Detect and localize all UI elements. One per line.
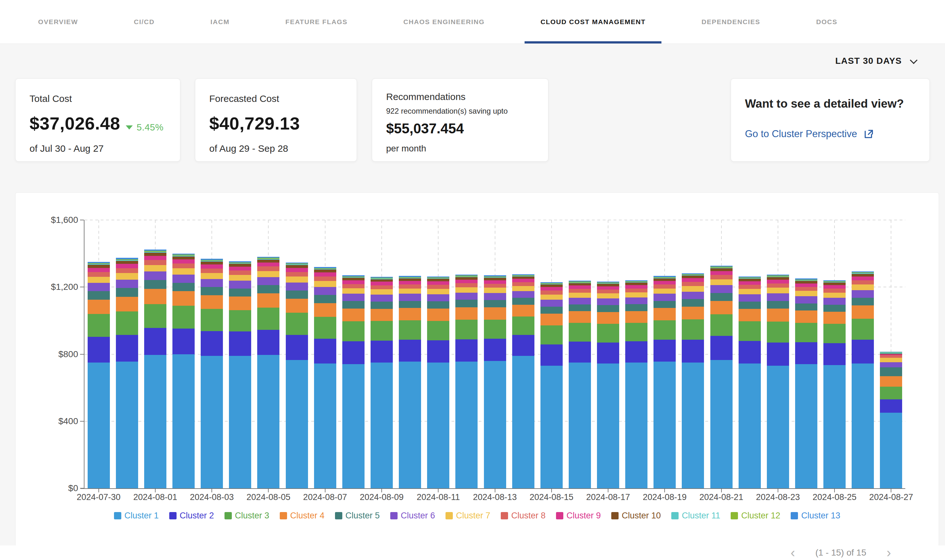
bar-segment-cluster-8[interactable] xyxy=(399,285,421,289)
bar-segment-cluster-3[interactable] xyxy=(654,320,676,340)
bar-segment-cluster-10[interactable] xyxy=(201,262,223,265)
bar-segment-cluster-9[interactable] xyxy=(427,281,449,285)
bar-segment-cluster-2[interactable] xyxy=(427,340,449,363)
bar-segment-cluster-1[interactable] xyxy=(880,413,902,488)
bar-2024-08-10[interactable] xyxy=(399,276,421,488)
bar-segment-cluster-5[interactable] xyxy=(314,295,336,303)
bar-segment-cluster-7[interactable] xyxy=(371,289,393,295)
bar-segment-cluster-3[interactable] xyxy=(427,321,449,340)
bar-segment-cluster-5[interactable] xyxy=(456,300,477,307)
bar-2024-08-27[interactable] xyxy=(880,352,902,488)
bar-segment-cluster-3[interactable] xyxy=(597,324,619,343)
bar-segment-cluster-4[interactable] xyxy=(399,308,421,320)
bar-segment-cluster-2[interactable] xyxy=(342,341,365,364)
bar-segment-cluster-4[interactable] xyxy=(767,309,789,322)
cluster-perspective-link[interactable]: Go to Cluster Perspective xyxy=(745,128,874,140)
bar-segment-cluster-1[interactable] xyxy=(512,356,534,488)
legend-item-cluster-10[interactable]: Cluster 10 xyxy=(611,511,661,521)
bar-segment-cluster-9[interactable] xyxy=(710,271,733,275)
bar-segment-cluster-4[interactable] xyxy=(144,289,166,304)
bar-segment-cluster-3[interactable] xyxy=(399,320,421,340)
bar-segment-cluster-1[interactable] xyxy=(201,356,223,488)
bar-segment-cluster-9[interactable] xyxy=(144,256,166,260)
bar-segment-cluster-6[interactable] xyxy=(739,294,761,302)
bar-segment-cluster-1[interactable] xyxy=(116,362,138,488)
bar-segment-cluster-7[interactable] xyxy=(852,285,874,290)
bar-segment-cluster-2[interactable] xyxy=(852,340,874,363)
bar-segment-cluster-4[interactable] xyxy=(371,309,393,321)
bar-2024-08-21[interactable] xyxy=(710,266,733,488)
bar-segment-cluster-7[interactable] xyxy=(172,268,195,275)
bar-segment-cluster-6[interactable] xyxy=(201,279,223,287)
bar-segment-cluster-4[interactable] xyxy=(654,308,676,320)
bar-segment-cluster-10[interactable] xyxy=(569,283,591,285)
bar-segment-cluster-1[interactable] xyxy=(399,362,421,488)
bar-segment-cluster-10[interactable] xyxy=(739,279,761,281)
bar-segment-cluster-9[interactable] xyxy=(172,259,195,263)
bar-segment-cluster-7[interactable] xyxy=(88,277,110,283)
bar-segment-cluster-2[interactable] xyxy=(144,328,166,355)
bar-segment-cluster-1[interactable] xyxy=(286,360,308,488)
bar-segment-cluster-1[interactable] xyxy=(229,356,251,488)
bar-segment-cluster-9[interactable] xyxy=(739,281,761,285)
bar-segment-cluster-8[interactable] xyxy=(88,272,110,277)
bar-segment-cluster-9[interactable] xyxy=(654,281,676,285)
bar-segment-cluster-2[interactable] xyxy=(257,330,279,355)
bar-segment-cluster-10[interactable] xyxy=(767,277,789,280)
bar-segment-cluster-5[interactable] xyxy=(201,287,223,295)
bar-segment-cluster-5[interactable] xyxy=(852,298,874,306)
bar-2024-08-06[interactable] xyxy=(286,263,308,488)
bar-segment-cluster-3[interactable] xyxy=(710,314,733,336)
bar-segment-cluster-8[interactable] xyxy=(569,289,591,293)
bar-2024-08-14[interactable] xyxy=(512,274,534,488)
bar-2024-08-01[interactable] xyxy=(144,249,166,489)
bar-segment-cluster-9[interactable] xyxy=(682,278,704,282)
bar-segment-cluster-6[interactable] xyxy=(314,287,336,295)
bar-segment-cluster-6[interactable] xyxy=(229,281,251,288)
bar-segment-cluster-2[interactable] xyxy=(682,340,704,363)
bar-segment-cluster-5[interactable] xyxy=(597,305,619,312)
bar-segment-cluster-3[interactable] xyxy=(540,325,563,345)
bar-segment-cluster-10[interactable] xyxy=(144,253,166,256)
bar-segment-cluster-9[interactable] xyxy=(314,272,336,277)
bar-segment-cluster-5[interactable] xyxy=(116,288,138,297)
bar-segment-cluster-8[interactable] xyxy=(371,285,393,289)
bar-segment-cluster-2[interactable] xyxy=(880,399,902,413)
bar-segment-cluster-10[interactable] xyxy=(512,277,534,279)
bar-segment-cluster-2[interactable] xyxy=(484,339,506,361)
bar-segment-cluster-9[interactable] xyxy=(852,277,874,280)
bar-2024-08-09[interactable] xyxy=(371,277,393,488)
bar-segment-cluster-10[interactable] xyxy=(116,261,138,264)
bar-segment-cluster-10[interactable] xyxy=(852,274,874,277)
bar-segment-cluster-10[interactable] xyxy=(456,277,477,280)
bar-segment-cluster-10[interactable] xyxy=(257,260,279,263)
bar-2024-08-20[interactable] xyxy=(682,273,704,489)
bar-segment-cluster-1[interactable] xyxy=(427,363,449,488)
bar-2024-07-30[interactable] xyxy=(88,262,110,488)
bar-segment-cluster-3[interactable] xyxy=(569,323,591,342)
bar-segment-cluster-8[interactable] xyxy=(427,285,449,289)
bar-2024-08-11[interactable] xyxy=(427,277,449,488)
bar-segment-cluster-4[interactable] xyxy=(172,291,195,305)
bar-segment-cluster-7[interactable] xyxy=(314,281,336,287)
pagination-prev-button[interactable]: ‹ xyxy=(791,549,795,556)
bar-segment-cluster-6[interactable] xyxy=(286,283,308,291)
bar-segment-cluster-7[interactable] xyxy=(569,293,591,298)
bar-segment-cluster-8[interactable] xyxy=(880,355,902,358)
bar-segment-cluster-10[interactable] xyxy=(371,279,393,282)
bar-2024-08-05[interactable] xyxy=(257,257,279,488)
bar-segment-cluster-7[interactable] xyxy=(399,289,421,294)
bar-segment-cluster-2[interactable] xyxy=(314,339,336,363)
bar-segment-cluster-5[interactable] xyxy=(144,280,166,289)
bar-segment-cluster-7[interactable] xyxy=(739,289,761,294)
bar-segment-cluster-7[interactable] xyxy=(116,273,138,279)
bar-segment-cluster-8[interactable] xyxy=(540,291,563,294)
bar-segment-cluster-9[interactable] xyxy=(342,280,365,284)
bar-segment-cluster-3[interactable] xyxy=(342,321,365,341)
tab-cloud-cost-management[interactable]: CLOUD COST MANAGEMENT xyxy=(533,0,653,43)
bar-segment-cluster-9[interactable] xyxy=(597,286,619,290)
bar-segment-cluster-4[interactable] xyxy=(116,297,138,311)
bar-2024-08-08[interactable] xyxy=(342,275,365,488)
bar-segment-cluster-7[interactable] xyxy=(512,286,534,291)
bar-segment-cluster-9[interactable] xyxy=(201,265,223,269)
